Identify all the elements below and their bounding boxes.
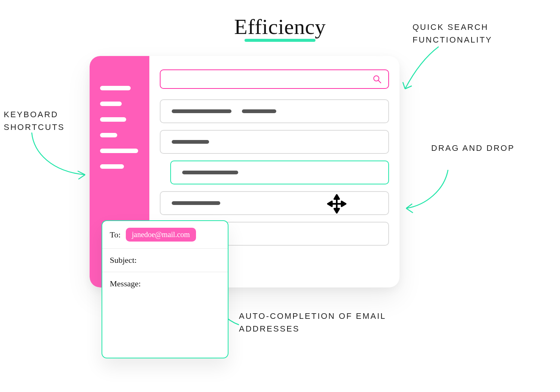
move-cursor-icon <box>327 194 346 214</box>
list-item-dragging[interactable] <box>170 161 389 184</box>
sidebar-item[interactable] <box>100 149 138 153</box>
svg-marker-6 <box>328 202 332 206</box>
svg-marker-5 <box>335 209 339 213</box>
list-item[interactable] <box>160 130 389 154</box>
sidebar-item[interactable] <box>100 102 122 106</box>
sidebar-item[interactable] <box>100 117 126 122</box>
annotation-drag-and-drop: DRAG AND DROP <box>431 142 543 155</box>
text-placeholder <box>172 201 220 205</box>
text-placeholder <box>172 109 231 113</box>
title-underline <box>245 39 315 42</box>
text-placeholder <box>172 140 209 144</box>
svg-marker-7 <box>342 202 346 206</box>
compose-to-chip[interactable]: janedoe@mail.com <box>126 228 196 242</box>
compose-to-label: To: <box>110 230 121 240</box>
list-item[interactable] <box>160 191 389 215</box>
sidebar-item[interactable] <box>100 164 124 169</box>
annotation-quick-search: QUICK SEARCH FUNCTIONALITY <box>413 21 539 46</box>
page-title: Efficiency <box>234 14 326 39</box>
search-input[interactable] <box>160 69 389 89</box>
svg-marker-4 <box>335 195 339 199</box>
compose-panel: To: janedoe@mail.com Subject: Message: <box>102 220 228 358</box>
annotation-autocomplete: AUTO-COMPLETION OF EMAIL ADDRESSES <box>239 310 448 335</box>
compose-subject-label: Subject: <box>110 255 137 265</box>
svg-line-1 <box>378 80 381 83</box>
text-placeholder <box>242 109 276 113</box>
text-placeholder <box>182 171 238 174</box>
compose-message-row[interactable]: Message: <box>102 272 228 358</box>
compose-message-label: Message: <box>110 279 141 289</box>
list-item[interactable] <box>160 99 389 123</box>
arrow-search <box>401 45 446 93</box>
arrow-keyboard <box>30 131 90 183</box>
compose-to-row[interactable]: To: janedoe@mail.com <box>102 221 228 249</box>
annotation-keyboard-shortcuts: KEYBOARD SHORTCUTS <box>4 108 90 134</box>
compose-subject-row[interactable]: Subject: <box>102 249 228 272</box>
search-icon <box>373 75 382 84</box>
sidebar-item[interactable] <box>100 86 131 90</box>
sidebar-item[interactable] <box>100 133 117 137</box>
arrow-drag <box>403 168 455 217</box>
